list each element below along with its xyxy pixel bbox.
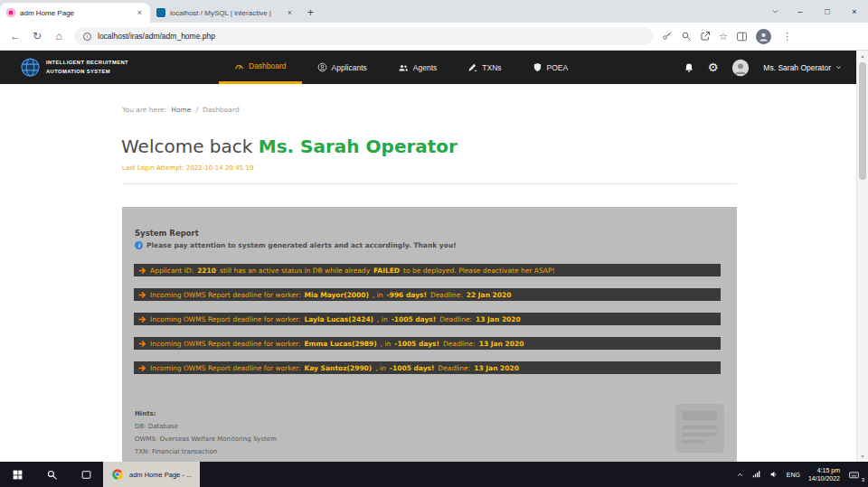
bookmark-star-icon[interactable]: ☆ xyxy=(719,32,728,42)
page-content: You are here: Home / Dashboard Welcome b… xyxy=(0,84,856,462)
alert-text: Incoming OWMS Report deadline for worker… xyxy=(150,315,300,323)
hint-line: OWMS: Overseas Welfare Monitoring System xyxy=(135,433,277,445)
alert-text: to be deployed. Please deactivate her AS… xyxy=(403,267,554,275)
arrow-right-icon xyxy=(138,340,146,348)
user-menu[interactable]: Ms. Sarah Operator xyxy=(763,63,842,72)
alert-text: FAILED xyxy=(373,267,400,275)
alert-text: Deadline: xyxy=(438,364,470,372)
scrollbar-thumb[interactable] xyxy=(859,62,866,180)
alert-text: Incoming OWMS Report deadline for worker… xyxy=(150,340,300,348)
chrome-icon xyxy=(111,468,124,481)
nav-item-txns[interactable]: TXNs xyxy=(452,51,516,84)
navbar-actions: ⚙ Ms. Sarah Operator xyxy=(684,59,856,77)
placeholder-image-icon xyxy=(670,402,730,458)
zoom-icon[interactable] xyxy=(681,31,692,42)
alert-text: , in xyxy=(375,364,386,372)
language-indicator[interactable]: ENG xyxy=(787,472,800,478)
alert-text: -996 days! xyxy=(387,291,427,299)
arrow-right-icon xyxy=(138,267,146,275)
logo-line2: AUTOMATION SYSTEM xyxy=(46,68,128,76)
nav-item-agents[interactable]: Agents xyxy=(382,51,452,84)
tray-time: 4:15 pm xyxy=(808,466,840,474)
system-tray: ENG 4:15 pm 14/10/2022 3 xyxy=(736,466,868,482)
tab-search-chevron-icon[interactable] xyxy=(763,0,787,23)
new-tab-button[interactable]: + xyxy=(307,6,314,19)
alert-text: , in xyxy=(377,315,388,323)
app-navbar: INTELLIGENT RECRUITMENT AUTOMATION SYSTE… xyxy=(0,51,856,84)
alert-text: Layla Lucas(2424) xyxy=(304,315,373,323)
system-report-panel: System Report i Please pay attention to … xyxy=(122,207,737,478)
address-bar[interactable]: i localhost/iras/adm/adm_home.php xyxy=(74,27,653,45)
system-notice: i Please pay attention to system generat… xyxy=(135,241,457,249)
applicants-person-icon xyxy=(317,62,327,72)
arrow-right-icon xyxy=(138,291,146,299)
nav-item-dashboard[interactable]: Dashboard xyxy=(219,51,302,84)
divider xyxy=(122,183,737,184)
gear-icon[interactable]: ⚙ xyxy=(708,61,719,73)
scroll-up-icon[interactable]: ▲ xyxy=(857,51,868,61)
side-panel-icon[interactable] xyxy=(736,31,748,42)
alert-text: still has an active status in DB while a… xyxy=(220,267,370,275)
site-info-icon[interactable]: i xyxy=(83,33,91,41)
back-button[interactable]: ← xyxy=(9,31,22,42)
last-login-value: 2022-10-14 20:45:19 xyxy=(186,164,253,172)
globe-logo-icon xyxy=(20,57,41,78)
breadcrumb-separator: / xyxy=(195,106,198,114)
alert-text: Kay Santoz(2990) xyxy=(304,364,372,372)
alert-text: Deadline: xyxy=(443,340,476,348)
tray-expand-icon[interactable] xyxy=(736,471,744,479)
tab-mysql[interactable]: localhost / MySQL | interactive | × xyxy=(150,3,300,23)
scrollbar[interactable]: ▲ ▼ xyxy=(856,51,868,462)
network-icon[interactable] xyxy=(752,470,761,479)
alert-text: 13 Jan 2020 xyxy=(479,340,524,348)
bell-icon[interactable] xyxy=(684,62,694,73)
breadcrumb-home-link[interactable]: Home xyxy=(171,106,191,114)
nav-label: Agents xyxy=(413,63,437,72)
scroll-down-icon[interactable]: ▼ xyxy=(857,451,868,462)
taskbar-search-button[interactable] xyxy=(34,462,69,487)
home-button[interactable]: ⌂ xyxy=(52,31,65,42)
omnibox-actions: ☆ ⋮ xyxy=(662,29,795,44)
nav-item-poea[interactable]: POEA xyxy=(517,51,584,84)
notification-icon[interactable]: 3 xyxy=(848,469,860,481)
user-avatar[interactable] xyxy=(731,59,750,77)
tab-close-icon[interactable]: × xyxy=(136,8,144,17)
browser-menu-icon[interactable]: ⋮ xyxy=(779,32,795,42)
tab-close-icon[interactable]: × xyxy=(286,8,294,17)
alert-text: -1005 days! xyxy=(392,315,437,323)
alert-text: 13 Jan 2020 xyxy=(474,364,519,372)
tab-adm-home[interactable]: adm Home Page × xyxy=(0,3,150,23)
tab-title: adm Home Page xyxy=(20,9,131,17)
alert-row: Incoming OWMS Report deadline for worker… xyxy=(134,337,721,350)
hints: Hints: DB: Database OWMS: Overseas Welfa… xyxy=(135,407,277,458)
dashboard-gauge-icon xyxy=(234,61,244,71)
browser-profile-avatar[interactable] xyxy=(756,29,771,44)
alert-row: Incoming OWMS Report deadline for worker… xyxy=(134,361,721,374)
start-button[interactable] xyxy=(0,462,34,487)
volume-icon[interactable] xyxy=(769,470,778,479)
close-button[interactable]: × xyxy=(841,0,868,23)
arrow-right-icon xyxy=(138,364,146,372)
password-key-icon[interactable] xyxy=(662,31,673,42)
last-login: Last Login Attempt: 2022-10-14 20:45:19 xyxy=(122,164,253,172)
reload-button[interactable]: ↻ xyxy=(31,31,43,42)
alert-text: Applicant ID: xyxy=(150,267,193,275)
task-view-button[interactable] xyxy=(69,462,103,487)
tab-favicon xyxy=(6,8,15,17)
tab-title: localhost / MySQL | interactive | xyxy=(170,9,281,17)
maximize-button[interactable]: □ xyxy=(814,0,841,23)
hint-line: DB: Database xyxy=(135,420,277,433)
user-name-label: Ms. Sarah Operator xyxy=(763,63,831,72)
nav-label: POEA xyxy=(547,63,569,72)
tray-date: 14/10/2022 xyxy=(808,474,840,482)
tab-favicon xyxy=(156,8,165,17)
taskbar-app-chrome[interactable]: adm Home Page - ... xyxy=(103,462,200,487)
alert-text: Incoming OWMS Report deadline for worker… xyxy=(150,364,300,372)
alert-text: 22 Jan 2020 xyxy=(467,291,512,299)
breadcrumb-current: Dashboard xyxy=(203,106,240,114)
nav-item-applicants[interactable]: Applicants xyxy=(302,51,382,84)
minimize-button[interactable]: – xyxy=(787,0,814,23)
share-icon[interactable] xyxy=(700,31,711,42)
taskbar-clock[interactable]: 4:15 pm 14/10/2022 xyxy=(808,466,840,482)
welcome-username: Ms. Sarah Operator xyxy=(259,136,458,157)
